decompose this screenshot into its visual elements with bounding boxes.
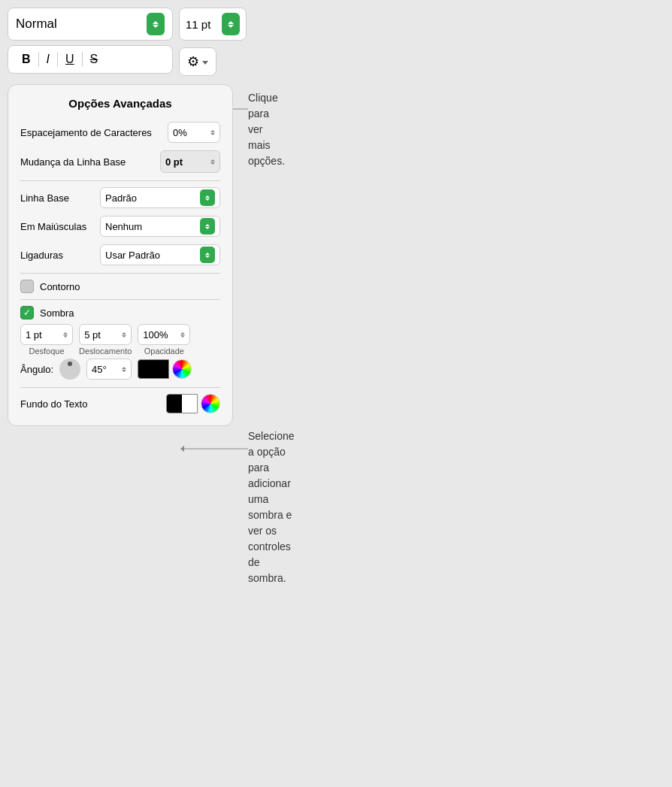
ligatures-row: Ligaduras Usar Padrão [20,244,220,265]
char-spacing-value: 0% [173,127,187,138]
contorno-checkbox[interactable] [20,280,34,293]
font-size-stepper[interactable] [222,13,240,35]
baseline-up-icon [205,195,210,198]
blur-label: Desfoque [29,347,64,356]
char-spacing-label: Espacejamento de Caracteres [20,127,152,138]
capitals-down-icon [205,227,210,229]
style-stepper-up-icon [153,21,159,24]
opacity-down-icon [180,335,185,338]
fundo-black-half [167,395,182,413]
baseline-change-label: Mudança da Linha Base [20,156,126,168]
offset-value: 5 pt [84,329,101,341]
blur-stepper[interactable] [63,332,68,338]
angle-label: Ângulo: [20,364,53,375]
ligatures-select[interactable]: Usar Padrão [100,244,220,265]
annotation-connector-2 [180,441,252,456]
format-buttons: B I U S [8,45,173,74]
shadow-color-wheel-button[interactable] [172,359,192,379]
fundo-label: Fundo do Texto [20,398,87,410]
angle-down-icon [122,370,126,372]
angle-up-icon [122,367,126,369]
gear-icon: ⚙ [187,53,199,70]
contorno-label: Contorno [40,281,80,292]
fundo-swatch [166,394,220,413]
capitals-row: Em Maiúsculas Nenhum [20,216,220,237]
angle-row: Ângulo: 45° [20,359,220,380]
baseline-select[interactable]: Padrão [100,187,220,208]
baseline-change-value: 0 pt [165,156,183,168]
offset-input[interactable]: 5 pt [79,324,132,345]
ligatures-stepper[interactable] [200,247,215,263]
angle-stepper[interactable] [122,367,126,372]
annotation-2: Selecione a opção para adicionar uma som… [248,428,295,586]
offset-up-icon [122,332,126,334]
strikethrough-button[interactable]: S [83,50,106,69]
opacity-input[interactable]: 100% [138,324,190,345]
angle-input[interactable]: 45° [86,359,132,380]
chevron-down-icon [202,61,208,65]
capitals-value: Nenhum [105,221,197,232]
gear-dropdown-button[interactable]: ⚙ [179,47,216,76]
char-spacing-input[interactable]: 0% [168,122,220,143]
baseline-change-down-icon [210,162,215,165]
style-dropdown-text: Normal [16,17,57,32]
capitals-select[interactable]: Nenhum [100,216,220,237]
ligatures-down-icon [205,256,210,258]
font-size-down-icon [228,25,234,28]
underline-button[interactable]: U [58,50,82,69]
offset-stepper[interactable] [122,332,126,338]
ligatures-value: Usar Padrão [105,250,197,261]
blur-control: 1 pt Desfoque [20,324,73,356]
sombra-row: ✓ Sombra [20,306,220,319]
capitals-stepper[interactable] [200,218,215,235]
panel-title: Opções Avançadas [20,97,220,110]
shadow-color-swatch[interactable] [138,359,169,379]
shadow-color-row [138,359,192,379]
baseline-stepper[interactable] [200,189,215,206]
char-spacing-down-icon [210,133,215,135]
baseline-change-up-icon [210,159,215,162]
divider-1 [20,180,220,181]
capitals-up-icon [205,224,210,226]
shadow-controls: 1 pt Desfoque 5 pt [20,324,220,356]
capitals-label: Em Maiúsculas [20,221,86,232]
fundo-color-swatch[interactable] [166,394,198,413]
baseline-down-icon [205,198,210,201]
fundo-row: Fundo do Texto [20,394,220,413]
style-stepper[interactable] [147,13,165,35]
blur-up-icon [63,332,68,334]
baseline-change-input[interactable]: 0 pt [160,150,220,173]
baseline-value: Padrão [105,192,197,204]
italic-button[interactable]: I [39,50,57,69]
sombra-checkbox[interactable]: ✓ [20,306,34,319]
ligatures-up-icon [205,253,210,255]
offset-label: Deslocamento [79,347,132,356]
fundo-color-wheel-button[interactable] [201,394,220,413]
blur-input[interactable]: 1 pt [20,324,73,345]
baseline-change-row: Mudança da Linha Base 0 pt [20,150,220,173]
opacity-control: 100% Opacidade [138,324,190,356]
char-spacing-up-icon [210,130,215,132]
sombra-label: Sombra [40,307,74,319]
baseline-change-stepper[interactable] [210,159,215,165]
font-size-box[interactable]: 11 pt [179,8,247,41]
font-size-text: 11 pt [186,18,210,31]
annotation-1: Clique para vermais opções. [248,90,285,169]
char-spacing-row: Espacejamento de Caracteres 0% [20,122,220,143]
style-dropdown[interactable]: Normal [8,8,173,41]
baseline-label: Linha Base [20,192,69,204]
char-spacing-stepper[interactable] [210,130,215,135]
contorno-row: Contorno [20,280,220,293]
angle-value: 45° [92,364,107,375]
font-size-up-icon [228,21,234,24]
opacity-stepper[interactable] [180,332,185,338]
offset-down-icon [122,335,126,338]
angle-dial[interactable] [59,359,80,380]
style-stepper-down-icon [153,25,159,28]
bold-button[interactable]: B [14,50,38,69]
divider-3 [20,299,220,300]
ligatures-label: Ligaduras [20,250,63,261]
offset-control: 5 pt Deslocamento [79,324,132,356]
advanced-options-panel: Opções Avançadas Espacejamento de Caract… [8,84,233,426]
svg-marker-3 [180,446,184,452]
